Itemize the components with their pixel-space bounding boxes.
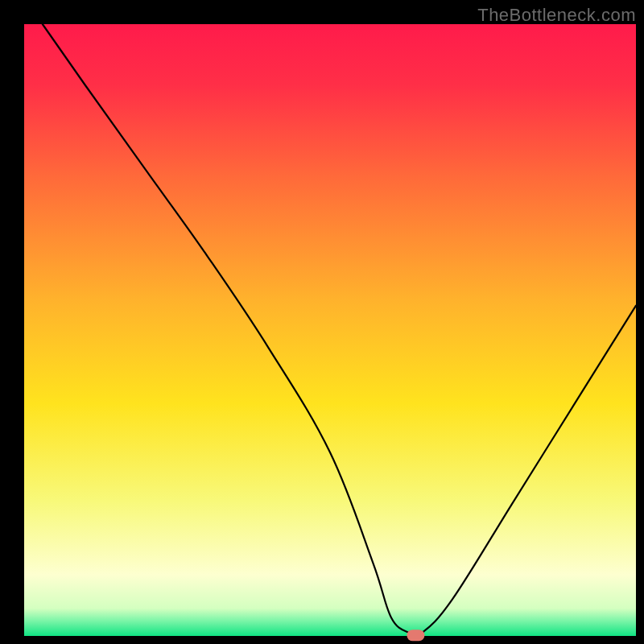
watermark-text: TheBottleneck.com	[477, 5, 636, 26]
bottleneck-chart	[0, 0, 644, 644]
plot-background	[24, 24, 636, 636]
chart-frame: TheBottleneck.com	[0, 0, 644, 644]
minimum-marker	[407, 630, 424, 641]
